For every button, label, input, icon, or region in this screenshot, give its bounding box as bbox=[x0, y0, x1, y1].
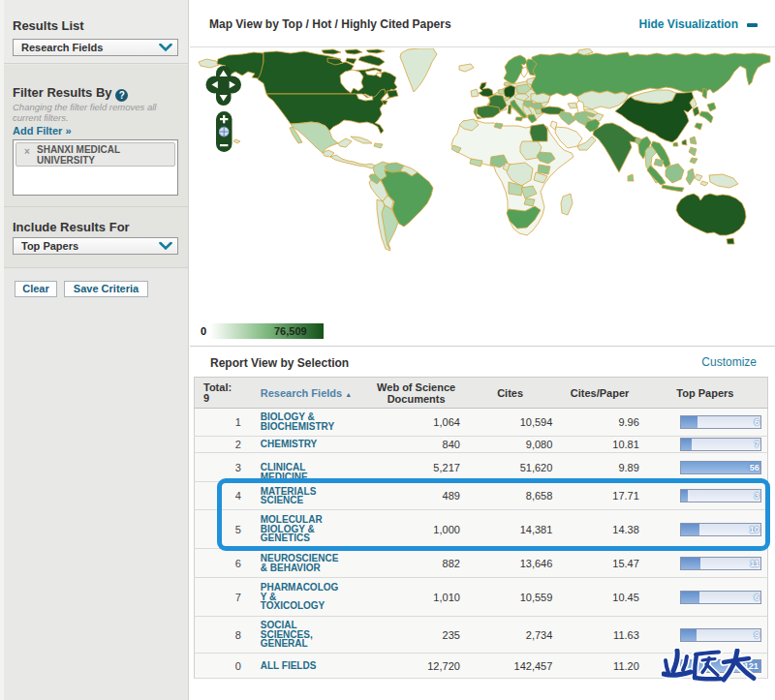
svg-text:0: 0 bbox=[201, 325, 206, 337]
svg-text:76,509: 76,509 bbox=[274, 325, 307, 337]
